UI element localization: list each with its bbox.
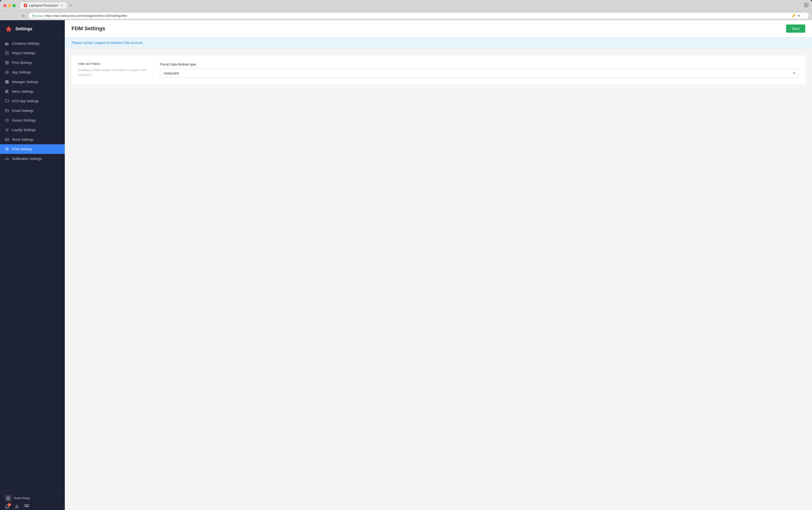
svg-rect-18 bbox=[5, 91, 8, 92]
notification-badge: 1 bbox=[8, 503, 11, 506]
sidebar-item-label: Print Settings bbox=[12, 61, 32, 64]
store-icon bbox=[5, 494, 11, 501]
svg-rect-14 bbox=[5, 80, 9, 81]
sidebar-item-company[interactable]: Company Settings bbox=[0, 39, 65, 48]
sidebar-item-label: Email Settings bbox=[12, 109, 33, 113]
svg-rect-27 bbox=[5, 140, 9, 141]
sidebar-item-label: App Settings bbox=[12, 70, 31, 74]
notifications-button[interactable]: 1 bbox=[5, 504, 9, 509]
svg-rect-35 bbox=[8, 499, 9, 500]
sidebar-item-report[interactable]: Report Settings bbox=[0, 48, 65, 58]
svg-rect-37 bbox=[24, 505, 26, 506]
tab-close-button[interactable]: ✕ bbox=[60, 4, 63, 7]
user-button[interactable] bbox=[14, 504, 19, 509]
loyalty-icon bbox=[5, 128, 9, 132]
sidebar-item-manager[interactable]: Manager Settings bbox=[0, 77, 65, 87]
email-icon bbox=[5, 109, 9, 113]
info-banner-link[interactable]: Please contact support to blackbox this … bbox=[71, 41, 144, 45]
bar-chart-icon bbox=[5, 41, 9, 46]
refresh-button[interactable]: ↻ bbox=[21, 13, 26, 18]
svg-rect-5 bbox=[8, 44, 8, 45]
report-icon bbox=[5, 51, 9, 55]
tab-bar: Lightspeed Restaurant ✕ + bbox=[21, 2, 802, 9]
sidebar-item-cfd[interactable]: CFD App Settings bbox=[0, 96, 65, 106]
info-banner: Please contact support to blackbox this … bbox=[65, 37, 812, 49]
sidebar-item-label: Stock Settings bbox=[12, 138, 34, 141]
store-info: Sushi Party bbox=[5, 494, 60, 501]
url-bar[interactable]: Secure https://nae2-web.posios.com/manag… bbox=[29, 13, 809, 19]
sidebar-footer: Sushi Party 1 bbox=[0, 491, 65, 510]
sidebar-item-label: Invoice Settings bbox=[12, 118, 36, 122]
fiscal-module-select[interactable]: restaurant hotel bar bbox=[160, 69, 799, 78]
sidebar-item-loyalty[interactable]: Loyalty Settings bbox=[0, 125, 65, 135]
svg-rect-16 bbox=[5, 83, 9, 83]
close-button[interactable] bbox=[3, 4, 6, 7]
sidebar-item-stock[interactable]: Stock Settings bbox=[0, 135, 65, 144]
browser-tab[interactable]: Lightspeed Restaurant ✕ bbox=[21, 2, 67, 9]
stock-icon bbox=[5, 137, 9, 142]
main-content: FDM Settings Save Please contact support… bbox=[65, 20, 812, 510]
svg-rect-26 bbox=[5, 138, 9, 139]
page-header: FDM Settings Save bbox=[65, 20, 812, 37]
svg-rect-2 bbox=[32, 16, 35, 17]
sidebar-item-menu[interactable]: Menu Settings bbox=[0, 87, 65, 96]
logo-icon bbox=[5, 25, 12, 33]
sidebar-item-email[interactable]: Email Settings bbox=[0, 106, 65, 115]
content-area: FDM SETTINGS Enabled a FDM module if loc… bbox=[65, 49, 812, 92]
sidebar-nav: Company Settings Report Settings bbox=[0, 37, 65, 491]
svg-point-1 bbox=[806, 4, 807, 5]
notification-nav-icon bbox=[5, 157, 9, 161]
maximize-button[interactable] bbox=[12, 4, 16, 7]
sidebar-item-notification[interactable]: Notification Settings bbox=[0, 154, 65, 164]
sidebar-item-label: Manager Settings bbox=[12, 80, 38, 84]
select-wrapper: restaurant hotel bar ▼ bbox=[160, 69, 799, 78]
menu-icon bbox=[5, 89, 9, 94]
cfd-icon bbox=[5, 99, 9, 103]
svg-point-12 bbox=[5, 71, 9, 74]
sidebar-item-fdm[interactable]: FDM Settings bbox=[0, 144, 65, 154]
store-name: Sushi Party bbox=[14, 496, 30, 500]
print-icon bbox=[5, 60, 9, 65]
section-title: FDM SETTINGS bbox=[78, 62, 146, 65]
sidebar: Settings Company Settings bbox=[0, 20, 65, 510]
switch-button[interactable] bbox=[24, 504, 29, 509]
svg-rect-20 bbox=[5, 100, 9, 102]
section-left: FDM SETTINGS Enabled a FDM module if loc… bbox=[71, 56, 153, 85]
address-bar: ← → ↻ Secure https://nae2-web.posios.com… bbox=[0, 11, 812, 20]
secure-badge: Secure bbox=[32, 14, 44, 17]
svg-rect-38 bbox=[27, 505, 29, 506]
account-icon[interactable] bbox=[804, 3, 809, 8]
sidebar-item-label: Company Settings bbox=[12, 41, 39, 46]
invoice-icon bbox=[5, 118, 9, 122]
footer-actions: 1 bbox=[5, 504, 60, 509]
svg-point-13 bbox=[6, 72, 8, 73]
sidebar-item-label: Report Settings bbox=[12, 51, 35, 55]
forward-button[interactable]: → bbox=[12, 13, 18, 18]
svg-rect-19 bbox=[5, 92, 9, 93]
url-actions: 🔑 ★ ⋮ bbox=[791, 14, 805, 18]
sidebar-item-invoice[interactable]: Invoice Settings bbox=[0, 115, 65, 125]
sidebar-title: Settings bbox=[16, 26, 32, 31]
sidebar-item-app[interactable]: App Settings bbox=[0, 67, 65, 77]
svg-rect-4 bbox=[6, 42, 7, 45]
sidebar-header: Settings bbox=[0, 20, 65, 37]
sidebar-item-label: CFD App Settings bbox=[12, 99, 39, 103]
svg-rect-17 bbox=[5, 90, 9, 91]
svg-point-36 bbox=[16, 505, 18, 507]
new-tab-button[interactable]: + bbox=[68, 2, 74, 9]
svg-rect-23 bbox=[5, 110, 9, 112]
settings-section: FDM SETTINGS Enabled a FDM module if loc… bbox=[71, 56, 805, 85]
svg-point-29 bbox=[6, 149, 7, 149]
sidebar-item-label: Loyalty Settings bbox=[12, 128, 36, 132]
app-icon bbox=[5, 70, 9, 75]
svg-rect-15 bbox=[5, 82, 9, 82]
field-label: Fiscal Data Module type bbox=[160, 62, 799, 66]
sidebar-item-print[interactable]: Print Settings bbox=[0, 58, 65, 67]
page-title: FDM Settings bbox=[71, 25, 106, 32]
back-button[interactable]: ← bbox=[3, 13, 9, 18]
save-button[interactable]: Save bbox=[786, 25, 805, 33]
svg-rect-3 bbox=[5, 43, 6, 45]
minimize-button[interactable] bbox=[8, 4, 11, 7]
svg-rect-10 bbox=[6, 61, 8, 62]
tab-title: Lightspeed Restaurant bbox=[29, 4, 58, 7]
